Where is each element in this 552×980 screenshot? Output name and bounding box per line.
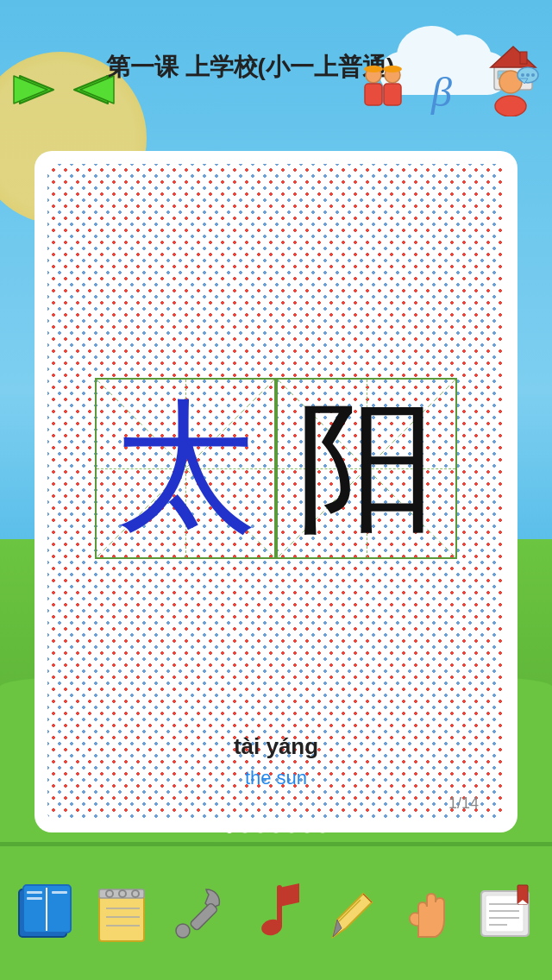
- arrow-back-button[interactable]: [67, 69, 115, 112]
- svg-point-20: [495, 96, 526, 116]
- people-icon: [358, 65, 410, 112]
- svg-rect-13: [365, 84, 382, 105]
- svg-point-17: [383, 66, 402, 72]
- toolbar: [0, 846, 552, 980]
- chat-icon: [483, 65, 539, 116]
- svg-rect-7: [520, 52, 527, 64]
- svg-point-24: [526, 73, 530, 77]
- char-grid: 太 阳: [95, 378, 457, 559]
- svg-rect-33: [27, 891, 42, 894]
- notepad-icon: [91, 881, 155, 945]
- wrench-icon: [167, 881, 232, 945]
- svg-point-25: [531, 73, 535, 77]
- nav-arrows: [13, 69, 115, 112]
- beta-button[interactable]: β: [427, 67, 466, 115]
- chat-button[interactable]: [483, 65, 539, 116]
- char-yang: 阳: [296, 397, 438, 539]
- hand-icon: [397, 881, 461, 945]
- music-icon: [243, 881, 308, 945]
- pencil-icon: [320, 881, 385, 945]
- dot-2[interactable]: [241, 825, 249, 833]
- pinyin-text: tài yáng: [234, 733, 318, 760]
- svg-rect-15: [384, 84, 401, 105]
- dot-7[interactable]: [318, 825, 327, 833]
- small-book-icon: [473, 881, 537, 945]
- translation-text: the sun: [234, 767, 318, 789]
- nav-center-icons: β: [358, 65, 539, 116]
- card-inner: 太 阳 tài yáng the sun: [60, 177, 492, 807]
- characters-area: 太 阳: [60, 177, 492, 733]
- svg-rect-35: [52, 891, 67, 894]
- dot-4[interactable]: [272, 825, 280, 833]
- arrow-back-icon: [67, 69, 115, 110]
- svg-marker-2: [491, 47, 536, 67]
- svg-point-16: [364, 66, 383, 72]
- wrench-button[interactable]: [167, 881, 232, 945]
- dot-3[interactable]: [256, 825, 265, 833]
- dot-6[interactable]: [303, 825, 311, 833]
- notepad-button[interactable]: [91, 881, 155, 945]
- music-button[interactable]: [243, 881, 308, 945]
- svg-text:β: β: [430, 69, 452, 115]
- char-box-tai: 太: [95, 378, 276, 559]
- people-button[interactable]: [358, 65, 410, 116]
- nav-row: β: [0, 65, 552, 116]
- char-tai: 太: [115, 397, 257, 539]
- pencil-button[interactable]: [320, 881, 385, 945]
- flashcard[interactable]: 太 阳 tài yáng the sun 1/14: [34, 151, 518, 832]
- arrow-forward-icon: [13, 69, 60, 110]
- char-box-yang: 阳: [276, 378, 457, 559]
- hand-button[interactable]: [397, 881, 461, 945]
- svg-rect-34: [27, 897, 42, 900]
- beta-icon: β: [427, 67, 466, 115]
- dot-1[interactable]: [225, 825, 234, 833]
- book-icon: [15, 881, 79, 945]
- small-book-button[interactable]: [473, 881, 537, 945]
- book-button[interactable]: [15, 881, 79, 945]
- card-bottom: tài yáng the sun: [234, 733, 318, 807]
- arrow-forward-button[interactable]: [13, 69, 60, 112]
- page-dots: [0, 816, 552, 842]
- svg-point-23: [521, 73, 524, 77]
- dot-5[interactable]: [287, 825, 296, 833]
- svg-point-45: [176, 924, 190, 938]
- svg-rect-44: [190, 902, 218, 931]
